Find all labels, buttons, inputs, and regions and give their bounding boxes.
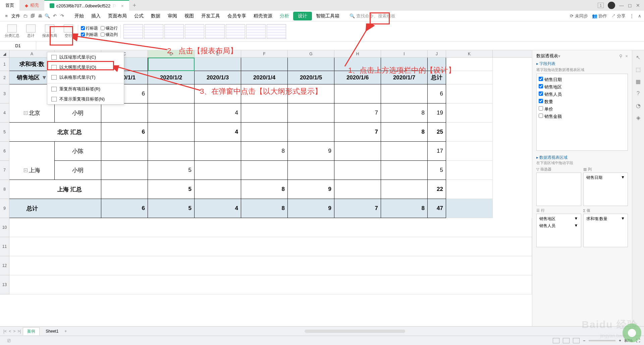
side-help-icon[interactable]: ? xyxy=(635,90,642,97)
field-item[interactable]: 销售人员 xyxy=(539,91,626,98)
cell[interactable]: 9 xyxy=(288,199,334,218)
row-5[interactable]: 5 xyxy=(0,123,9,142)
cell[interactable] xyxy=(446,71,493,84)
undo-icon[interactable]: ↶ xyxy=(51,12,58,20)
cell[interactable]: 2020/1/2 xyxy=(148,71,195,84)
field-item[interactable]: 销售地区 xyxy=(539,83,626,91)
chk-rowheader[interactable]: 行标题 xyxy=(81,25,98,31)
cell[interactable] xyxy=(334,161,381,180)
menu-insert[interactable]: 插入 xyxy=(88,12,104,20)
menu-layout[interactable]: 页面布局 xyxy=(105,12,130,20)
blank-rows-button[interactable]: 空行 xyxy=(62,24,75,38)
cell[interactable] xyxy=(381,58,428,71)
cell[interactable]: 上海 汇总 xyxy=(55,180,101,199)
menu-review[interactable]: 审阅 xyxy=(164,12,180,20)
fullscreen-icon[interactable]: ⛶ xyxy=(636,338,640,343)
save-as-icon[interactable]: 🗐 xyxy=(29,12,36,20)
preview-icon[interactable]: 🔍 xyxy=(44,12,51,20)
menu-analyze[interactable]: 分析 xyxy=(276,12,292,20)
cell[interactable] xyxy=(446,58,493,71)
cell[interactable] xyxy=(334,142,381,161)
menu-dev[interactable]: 开发工具 xyxy=(198,12,223,20)
cell[interactable]: 4 xyxy=(195,199,241,218)
cell[interactable]: 8 xyxy=(241,199,288,218)
save-icon[interactable]: 🗀 xyxy=(21,12,29,20)
cell[interactable]: 2020/1/7 xyxy=(381,71,428,84)
cell[interactable]: −上海 xyxy=(9,161,55,180)
cell[interactable]: 22 xyxy=(428,180,446,199)
cell[interactable] xyxy=(101,104,148,123)
minimize-icon[interactable]: — xyxy=(619,3,624,8)
zoom-slider[interactable] xyxy=(589,340,615,341)
cell[interactable]: 9 xyxy=(288,180,334,199)
search-input[interactable]: 查找命令、搜索模板 xyxy=(356,13,395,19)
col-i[interactable]: I xyxy=(381,50,428,57)
cell[interactable] xyxy=(9,256,532,275)
cell[interactable]: 7 xyxy=(334,123,381,142)
cell[interactable]: 8 xyxy=(381,199,428,218)
cell[interactable] xyxy=(101,180,148,199)
cell[interactable] xyxy=(148,123,195,142)
cell[interactable] xyxy=(381,161,428,180)
sheet-next-icon[interactable]: > xyxy=(13,329,15,334)
field-list[interactable]: 销售日期 销售地区 销售人员 数量 单价 销售金额 xyxy=(536,74,628,151)
cell[interactable]: 北京 汇总 xyxy=(55,123,101,142)
cell[interactable] xyxy=(446,180,493,199)
row-13[interactable]: 13 xyxy=(0,275,9,294)
cell[interactable] xyxy=(195,142,241,161)
col-g[interactable]: G xyxy=(288,50,334,57)
name-box[interactable]: D1 xyxy=(0,42,36,50)
cell[interactable] xyxy=(9,123,55,142)
cell[interactable] xyxy=(446,123,493,142)
subtotal-button[interactable]: 分类汇总 xyxy=(3,24,21,38)
layout-repeat[interactable]: 重复所有项目标签(R) xyxy=(47,84,124,94)
sync-status[interactable]: ⟳ 未同步 xyxy=(570,13,588,19)
share-button[interactable]: ↗ 分享 xyxy=(611,13,626,19)
cell[interactable] xyxy=(428,58,446,71)
row-12[interactable]: 12 xyxy=(0,256,9,275)
cell[interactable] xyxy=(241,58,288,71)
cell[interactable]: 5 xyxy=(148,199,195,218)
cell[interactable] xyxy=(55,199,101,218)
print-icon[interactable]: 🖶 xyxy=(36,12,44,20)
cell[interactable]: −北京 xyxy=(9,104,55,123)
side-style-icon[interactable]: ◔ xyxy=(635,102,642,109)
menu-start[interactable]: 开始 xyxy=(71,12,87,20)
select-all-corner[interactable]: ◢ xyxy=(0,50,9,57)
pin-icon[interactable]: ⚐ xyxy=(112,3,116,8)
cell[interactable]: 6 xyxy=(101,199,148,218)
cell[interactable]: 17 xyxy=(428,142,446,161)
close-window-icon[interactable]: ✕ xyxy=(636,3,640,8)
cell[interactable]: 2020/1/3 xyxy=(195,71,241,84)
field-item[interactable]: 销售日期 xyxy=(539,76,626,83)
chk-colheader[interactable]: 列标题 xyxy=(81,32,98,38)
cell[interactable] xyxy=(101,142,148,161)
cell[interactable]: 5 xyxy=(148,161,195,180)
cell[interactable] xyxy=(195,180,241,199)
cell[interactable] xyxy=(446,199,493,218)
cell[interactable] xyxy=(381,142,428,161)
cell[interactable] xyxy=(148,104,195,123)
cell[interactable] xyxy=(241,104,288,123)
collapse-icon[interactable]: − xyxy=(24,168,28,172)
cell[interactable] xyxy=(9,142,55,161)
cell[interactable] xyxy=(334,58,381,71)
col-d[interactable]: D xyxy=(148,50,195,57)
cell[interactable]: 8 xyxy=(241,180,288,199)
pivot-styles[interactable] xyxy=(123,24,286,39)
pin-panel-icon[interactable]: ⚲ xyxy=(619,54,623,59)
cell[interactable]: 小明 xyxy=(55,104,101,123)
col-h[interactable]: H xyxy=(334,50,381,57)
tab-docker[interactable]: ◆稻壳 xyxy=(19,0,44,11)
cell[interactable] xyxy=(195,161,241,180)
layout-compact[interactable]: 以压缩形式显示(C) xyxy=(47,52,124,62)
col-e[interactable]: E xyxy=(195,50,241,57)
cell[interactable]: 总计 xyxy=(428,71,446,84)
layout-norepeat[interactable]: 不显示重复项目标签(N) xyxy=(47,94,124,104)
col-k[interactable]: K xyxy=(446,50,493,57)
row-4[interactable]: 4 xyxy=(0,104,9,123)
cell[interactable]: 19 xyxy=(428,104,446,123)
cell[interactable]: 6 xyxy=(428,84,446,104)
cell[interactable] xyxy=(446,161,493,180)
cell[interactable] xyxy=(148,58,195,71)
